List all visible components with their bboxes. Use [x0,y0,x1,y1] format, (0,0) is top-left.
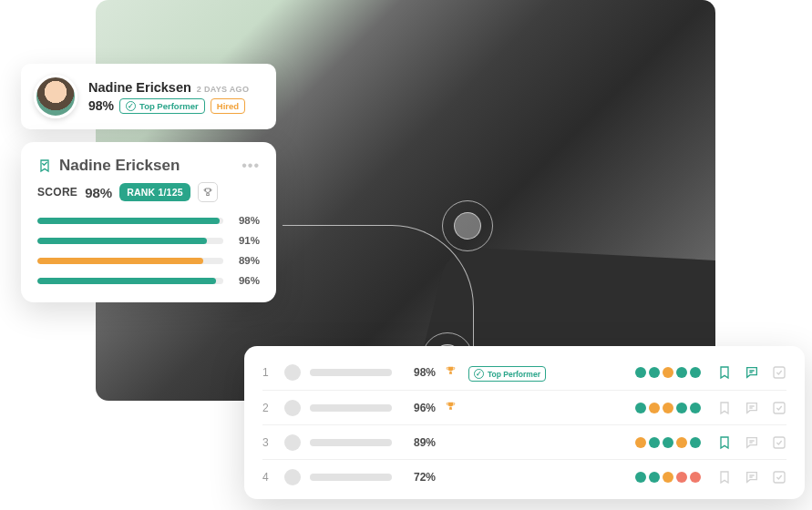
score-label: SCORE [37,186,77,199]
status-dot [649,472,660,483]
trophy-icon [445,435,459,450]
status-dot [690,437,701,448]
status-dot [676,403,687,413]
score-bar-fill [37,218,220,224]
row-name-placeholder [310,474,392,481]
row-score: 96% [401,402,436,414]
bookmark-icon[interactable] [37,158,52,174]
score-bar-track [37,238,223,244]
row-score: 72% [401,471,436,484]
chat-icon[interactable] [745,365,759,380]
bookmark-icon[interactable] [717,365,732,380]
row-dots [635,472,701,483]
more-icon[interactable]: ••• [242,158,260,174]
avatar [284,469,301,485]
row-tag: Top Performer [468,363,560,382]
check-circle-icon [474,369,484,379]
row-dots [635,437,701,448]
score-bar-track [37,258,223,264]
candidate-name: Nadine Ericksen [88,80,191,95]
table-row[interactable]: 472% [262,459,786,494]
score-bar-row: 89% [37,255,260,266]
row-rank: 2 [262,402,275,414]
check-icon[interactable] [772,435,786,450]
candidate-chip-card[interactable]: Nadine Ericksen 2 DAYS AGO 98% Top Perfo… [21,64,276,129]
score-bar-fill [37,238,207,244]
status-dot [663,472,673,483]
status-dot [663,403,673,413]
avatar [284,400,301,416]
status-dot [690,472,701,483]
status-dot [663,437,673,448]
candidate-time-ago: 2 DAYS AGO [197,85,249,94]
avatar [284,364,301,381]
row-score: 98% [401,366,436,379]
svg-rect-3 [774,472,785,483]
chat-icon[interactable] [745,470,759,484]
row-rank: 3 [262,436,275,449]
score-bar-row: 98% [37,215,260,226]
status-dot [676,437,687,448]
candidate-detail-name: Nadine Ericksen [59,157,234,175]
bookmark-icon[interactable] [717,401,732,415]
bookmark-icon[interactable] [717,435,732,450]
score-bar-row: 96% [37,275,260,286]
check-icon[interactable] [772,401,786,415]
radar-ring [454,212,481,240]
status-dot [663,367,673,378]
hired-label: Hired [217,101,239,111]
score-bar-track [37,278,223,284]
row-name-placeholder [310,369,392,376]
trophy-icon [445,470,459,484]
table-row[interactable]: 389% [262,424,786,459]
top-performer-badge: Top Performer [119,98,205,114]
status-dot [690,403,701,413]
trophy-icon [445,365,459,380]
check-icon[interactable] [772,365,786,380]
score-bar-pct: 89% [232,255,260,266]
avatar [284,434,301,451]
score-value: 98% [85,185,112,200]
hired-badge: Hired [211,98,245,114]
bookmark-icon[interactable] [717,470,732,484]
status-dot [635,472,646,483]
top-performer-label: Top Performer [139,101,199,111]
row-name-placeholder [310,439,392,446]
table-row[interactable]: 296% [262,390,786,424]
status-dot [676,472,687,483]
score-bar-fill [37,258,203,264]
score-bar-pct: 98% [232,215,260,226]
trophy-icon [445,401,459,415]
score-bar-track [37,218,223,224]
top-performer-label: Top Performer [488,370,540,379]
rank-badge: RANK 1/125 [119,183,190,201]
score-bar-pct: 91% [232,235,260,246]
row-name-placeholder [310,404,392,412]
candidate-detail-card: Nadine Ericksen ••• SCORE 98% RANK 1/125… [21,142,276,302]
svg-rect-1 [774,403,785,413]
svg-rect-2 [774,437,785,448]
score-bar-pct: 96% [232,275,260,286]
status-dot [676,367,687,378]
status-dot [635,437,646,448]
leaderboard-card: 198%Top Performer296%389%472% [244,346,805,499]
chat-icon[interactable] [745,401,759,415]
status-dot [649,437,660,448]
chat-icon[interactable] [745,435,759,450]
score-bar-fill [37,278,216,284]
row-dots [635,367,701,378]
row-dots [635,403,701,413]
status-dot [649,403,660,413]
status-dot [649,367,660,378]
avatar [34,75,77,118]
row-rank: 1 [262,366,275,379]
table-row[interactable]: 198%Top Performer [262,355,786,390]
score-bar-row: 91% [37,235,260,246]
row-rank: 4 [262,471,275,484]
candidate-score: 98% [88,98,114,113]
check-icon[interactable] [772,470,786,484]
trophy-icon[interactable] [198,182,218,202]
status-dot [690,367,701,378]
svg-rect-0 [774,367,785,378]
row-score: 89% [401,436,436,449]
